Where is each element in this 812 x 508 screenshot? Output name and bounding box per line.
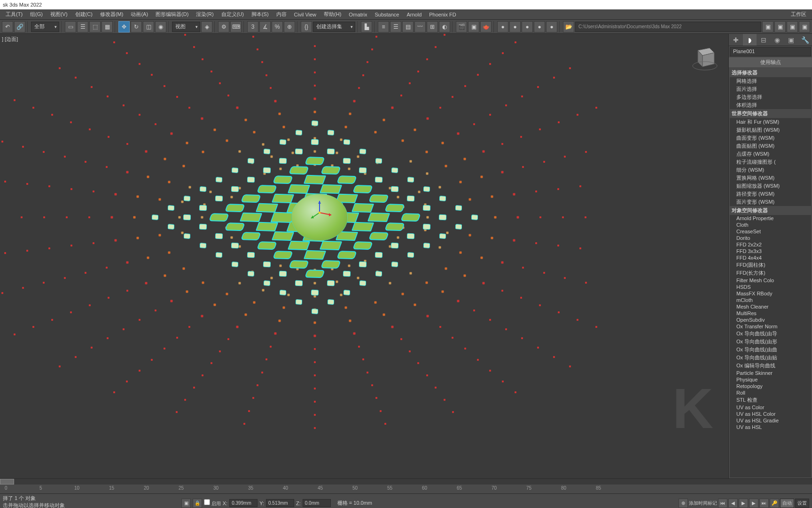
modifier-item[interactable]: Cloth <box>730 222 811 228</box>
tool-d-button[interactable]: ● <box>534 21 545 32</box>
coord-y-field[interactable]: 0.513mm <box>266 499 294 507</box>
menu-0[interactable]: 工具(T) <box>2 10 26 19</box>
modifier-item[interactable]: MassFX RBody <box>730 290 811 297</box>
modifier-item[interactable]: 路径变形 (WSM) <box>730 190 811 198</box>
modifier-item[interactable]: Ox 导向曲线(由形 <box>730 338 811 346</box>
modifier-item[interactable]: Ox Transfer Norm <box>730 323 811 330</box>
tool-a-button[interactable]: ● <box>497 21 508 32</box>
modifier-item[interactable]: Hair 和 Fur (WSM) <box>730 118 811 126</box>
isolate-button[interactable]: ▣ <box>181 499 191 508</box>
time-slider-handle[interactable] <box>0 479 14 484</box>
menu-8[interactable]: 自定义(U) <box>218 10 248 19</box>
workspace-label[interactable]: 工作区 <box>787 10 810 19</box>
modifier-item[interactable]: Roll <box>730 389 811 396</box>
keyboard-shortcut-button[interactable]: ⌨ <box>230 21 242 32</box>
tool-c-button[interactable]: ● <box>522 21 533 32</box>
menu-3[interactable]: 创建(C) <box>71 10 96 19</box>
modifier-item[interactable]: Particle Skinner <box>730 370 811 376</box>
render-button[interactable]: 🫖 <box>480 21 492 32</box>
menu-10[interactable]: 内容 <box>273 10 290 19</box>
rect-select-button[interactable]: ⬚ <box>89 21 101 32</box>
modifier-item[interactable]: FFD(长方体) <box>730 269 811 277</box>
set-key-button[interactable]: 设置 <box>795 499 809 508</box>
toggle-ribbon-button[interactable]: ▤ <box>402 21 414 32</box>
modifier-item[interactable]: Mesh Cleaner <box>730 303 811 310</box>
viewcube[interactable] <box>691 43 719 71</box>
modifier-item[interactable]: Filter Mesh Colo <box>730 277 811 284</box>
curve-editor-button[interactable]: 〰 <box>414 21 426 32</box>
menu-13[interactable]: Ornatrix <box>345 11 371 18</box>
manipulate-button[interactable]: ⚙ <box>218 21 229 32</box>
modifier-item[interactable]: mCloth <box>730 297 811 303</box>
modifier-item[interactable]: OpenSubdiv <box>730 317 811 323</box>
placement-button[interactable]: ◉ <box>155 21 166 32</box>
move-button[interactable]: ✥ <box>118 21 130 32</box>
ref-coord-combo[interactable]: 视图 <box>172 22 200 32</box>
modifier-item[interactable]: UV as HSL Color <box>730 411 811 417</box>
menu-1[interactable]: 组(G) <box>26 10 47 19</box>
undo-button[interactable]: ↶ <box>2 21 13 32</box>
window-crossing-button[interactable]: ▦ <box>102 21 113 32</box>
select-name-button[interactable]: ☰ <box>77 21 88 32</box>
modifier-item[interactable]: 贴图缩放器 (WSM) <box>730 182 811 190</box>
menu-15[interactable]: Arnold <box>403 11 425 18</box>
coord-z-field[interactable]: 0.0mm <box>303 499 331 507</box>
modifier-item[interactable]: UV as Color <box>730 404 811 411</box>
modifier-item[interactable]: 粒子流碰撞图形 ( <box>730 158 811 166</box>
modifier-item[interactable]: 多边形选择 <box>730 93 811 101</box>
project-path[interactable]: C:\Users\Administrator\Documents\3ds Max… <box>575 22 761 32</box>
spinner-snap-button[interactable]: ⊕ <box>284 21 295 32</box>
selection-filter-combo[interactable]: 全部 <box>31 22 59 32</box>
schematic-view-button[interactable]: ⊞ <box>427 21 438 32</box>
menu-12[interactable]: 帮助(H) <box>320 10 345 19</box>
selection-lock-button[interactable]: 🔒 <box>193 499 202 508</box>
menu-16[interactable]: Phoenix FD <box>425 11 460 18</box>
object-name-field[interactable]: Plane001 <box>730 47 811 56</box>
modifier-item[interactable]: 曲面变形 (WSM) <box>730 134 811 142</box>
align-button[interactable]: ≡ <box>378 21 389 32</box>
select-button[interactable]: ▭ <box>65 21 76 32</box>
play-button[interactable]: ▶ <box>739 499 748 508</box>
menu-7[interactable]: 渲染(R) <box>192 10 217 19</box>
tool-e-button[interactable]: ● <box>546 21 557 32</box>
modifier-item[interactable]: CreaseSet <box>730 228 811 235</box>
modifier-item[interactable]: FFD 3x3x3 <box>730 248 811 254</box>
modifier-item[interactable]: 面片选择 <box>730 85 811 93</box>
modifier-item[interactable]: HSDS <box>730 284 811 290</box>
time-config-button[interactable]: ⊕ <box>679 499 688 508</box>
render-setup-button[interactable]: 🎬 <box>456 21 467 32</box>
tool-b-button[interactable]: ● <box>509 21 521 32</box>
modifier-item[interactable]: Ox 编辑导向曲线 <box>730 362 811 370</box>
modifier-item[interactable]: 置换网格 (WSM) <box>730 174 811 182</box>
modifier-item[interactable]: FFD 4x4x4 <box>730 254 811 261</box>
angle-snap-button[interactable]: ∡ <box>259 21 271 32</box>
material-editor-button[interactable]: ◐ <box>439 21 450 32</box>
modifier-item[interactable]: Ox 导向曲线(由贴 <box>730 354 811 362</box>
create-tab[interactable]: ✚ <box>729 34 743 46</box>
named-selset-combo[interactable]: 创建选择集 <box>313 22 355 32</box>
layer-explorer-button[interactable]: ☰ <box>390 21 401 32</box>
open-folder-button[interactable]: 📂 <box>563 21 574 32</box>
goto-start-button[interactable]: ⏮ <box>718 499 727 508</box>
modifier-item[interactable]: Arnold Propertie <box>730 215 811 222</box>
modifier-item[interactable]: 曲面贴图 (WSM) <box>730 142 811 150</box>
goto-end-button[interactable]: ⏭ <box>759 499 769 508</box>
modifier-item[interactable]: FFD 2x2x2 <box>730 241 811 248</box>
coord-x-field[interactable]: 0.399mm <box>229 499 258 507</box>
modifier-item[interactable]: 摄影机贴图 (WSM) <box>730 126 811 134</box>
modifier-item[interactable]: 网格选择 <box>730 77 811 85</box>
menu-9[interactable]: 脚本(S) <box>248 10 273 19</box>
timeline[interactable]: 0510152025303540455055606570758085 <box>0 478 812 493</box>
snap-toggle-button[interactable]: 3 <box>247 21 258 32</box>
key-mode-button[interactable]: 🔑 <box>770 499 779 508</box>
modifier-item[interactable]: 体积选择 <box>730 101 811 109</box>
mirror-button[interactable]: ▙ <box>361 21 372 32</box>
menu-11[interactable]: Civil View <box>290 11 320 18</box>
xref3-button[interactable]: ▣ <box>787 21 798 32</box>
modifier-item[interactable]: 点缓存 (WSM) <box>730 150 811 158</box>
percent-snap-button[interactable]: % <box>272 21 283 32</box>
pivot-center-button[interactable]: ◈ <box>201 21 212 32</box>
xref-button[interactable]: ▣ <box>762 21 773 32</box>
menu-14[interactable]: Substance <box>371 11 403 18</box>
menu-4[interactable]: 修改器(M) <box>96 10 127 19</box>
